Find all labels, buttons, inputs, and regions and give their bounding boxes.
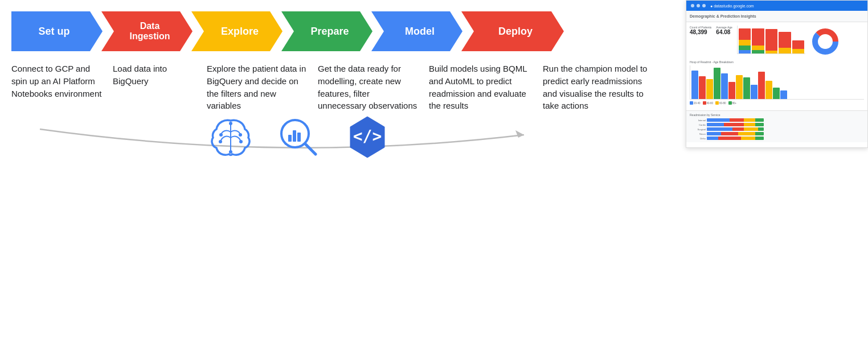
dash-metric-age: Average Age 64.08 — [716, 26, 732, 57]
metric1-value: 48,399 — [690, 29, 711, 35]
gender-donut — [810, 26, 841, 57]
svg-point-6 — [229, 122, 232, 125]
chart-legend: 20-40 40-60 60-80 80+ — [690, 101, 864, 105]
step-ingestion: DataIngestion — [101, 11, 193, 51]
dash-title-bar: Demographic & Prediction Insights — [686, 11, 867, 22]
dash-dot-3 — [702, 4, 706, 7]
desc-model: Build models using BQML and AutoML to pr… — [429, 63, 543, 112]
brain-icon — [205, 112, 256, 163]
analytics-search-icon — [273, 112, 325, 163]
step-model: Model — [371, 11, 462, 51]
desc-setup: Connect to GCP and spin up an AI Platfor… — [11, 63, 113, 112]
dash-dots — [691, 4, 706, 7]
pipeline-steps: Set up DataIngestion Explore Prepare Mod… — [11, 11, 669, 51]
dash-content-area: Count of Patients 48,399 Average Age 64.… — [686, 22, 867, 110]
descriptions-row: Connect to GCP and spin up an AI Platfor… — [11, 63, 669, 112]
dash-url-bar: ● datastudio.google.com — [710, 4, 754, 8]
step-explore: Explore — [191, 11, 282, 51]
metric2-value: 64.08 — [716, 29, 732, 35]
svg-marker-0 — [515, 130, 524, 138]
svg-point-4 — [239, 133, 242, 137]
horizontal-bar-chart: Internal Cardio — [690, 118, 864, 140]
svg-point-3 — [219, 140, 222, 143]
icons-row: </> — [205, 112, 393, 163]
step-setup: Set up — [11, 11, 103, 51]
age-tier-chart — [737, 26, 805, 54]
dash-header-bar: ● datastudio.google.com — [686, 1, 867, 11]
dash-dot-2 — [697, 4, 700, 7]
main-bar-chart: Hosp of Readmit - Age Breakdown — [690, 60, 864, 105]
dashboard-preview: ● datastudio.google.com Demographic & Pr… — [686, 0, 868, 148]
svg-rect-12 — [297, 133, 301, 142]
svg-point-17 — [820, 36, 831, 47]
dash-lower-section: Readmission by Service Internal Cardio — [686, 110, 867, 142]
dash-dot-1 — [691, 4, 694, 7]
code-gear-icon: </> — [342, 112, 393, 163]
svg-point-7 — [229, 150, 232, 154]
svg-rect-11 — [293, 130, 296, 142]
svg-rect-10 — [288, 135, 292, 142]
step-prepare: Prepare — [281, 11, 372, 51]
svg-point-2 — [219, 133, 223, 137]
dash-title: Demographic & Prediction Insights — [690, 14, 756, 18]
desc-explore: Explore the patient data in BigQuery and… — [207, 63, 318, 112]
dash-metric-patients: Count of Patients 48,399 — [690, 26, 711, 57]
desc-prepare: Get the data ready for modelling, create… — [318, 63, 429, 112]
svg-text:</>: </> — [353, 127, 382, 146]
svg-line-9 — [305, 144, 316, 154]
desc-deploy: Run the champion model to predict early … — [543, 63, 662, 112]
step-deploy: Deploy — [461, 11, 564, 51]
desc-ingestion: Load data into BigQuery — [113, 63, 207, 112]
svg-point-5 — [239, 140, 243, 143]
dash-metrics-row: Count of Patients 48,399 Average Age 64.… — [690, 26, 864, 57]
